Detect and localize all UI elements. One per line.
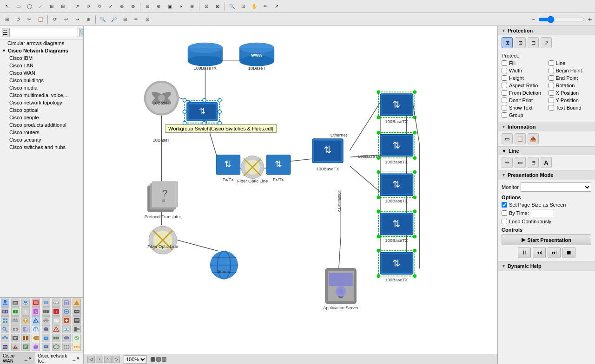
page-dot-1[interactable] [151,357,155,362]
icon-36[interactable] [42,334,50,342]
sidebar-item-switches[interactable]: Cisco switches and hubs [0,143,83,151]
page-dot-3[interactable] [162,357,166,362]
zoom-plus[interactable]: ＋ [587,15,593,24]
icon-25[interactable] [11,325,20,333]
chk-dontprint[interactable] [502,98,507,103]
tool-remove[interactable]: ⊗ [128,1,138,12]
sidebar-list-btn[interactable]: ☰ [2,28,8,37]
sidebar-item-media[interactable]: Cisco media [0,84,83,91]
tool-line[interactable]: ⟋ [35,1,46,12]
icon-27[interactable] [32,325,40,333]
chk-fill[interactable] [502,60,507,66]
icon-4[interactable] [42,299,50,307]
chk-end[interactable] [549,75,554,81]
icon-17[interactable] [11,316,20,325]
chk-fromdel[interactable] [502,90,507,96]
icon-43[interactable] [32,343,40,351]
canvas-container[interactable]: 100BaseTX 100BaseTX www [84,26,497,354]
sidebar-item-lan[interactable]: Cisco LAN [0,62,83,69]
ctrl-stop-btn[interactable]: ⏹ [562,247,575,258]
icon-7[interactable] [73,299,81,307]
line-icon-pen[interactable]: ✏ [502,157,513,168]
nav-next-btn[interactable]: ▷ [112,356,120,363]
tool-shape[interactable]: ⊡ [201,1,212,12]
icon-24[interactable] [1,325,9,333]
icon-6[interactable] [62,299,71,307]
info-icon-1[interactable]: ▭ [502,133,513,144]
chk-width[interactable] [502,68,507,73]
protect-icon-2[interactable]: ⊡ [515,37,526,48]
tool-zoom-in[interactable]: 🔍 [227,1,237,12]
info-icon-2[interactable]: 📋 [515,133,526,144]
tool-check[interactable]: ⊠ [212,1,223,12]
tool-fit[interactable]: ⊡ [238,1,248,12]
icon-31[interactable] [73,325,81,333]
tab-minimize-network[interactable]: _ [73,356,75,361]
zoom-minus[interactable]: － [530,15,536,24]
tool-distribute[interactable]: ⊕ [153,1,164,12]
sidebar-item-multimedia[interactable]: Cisco multimedia, voice,... [0,91,83,99]
icon-38[interactable] [62,334,71,342]
tool-b12[interactable]: ✏ [131,14,141,25]
icon-2[interactable] [21,299,30,307]
line-icon-text[interactable]: A [541,157,552,168]
icon-20[interactable] [42,316,50,325]
tool-align[interactable]: ⊟ [142,1,152,12]
tool-b6[interactable]: ↩ [61,14,71,25]
icon-44[interactable] [42,343,50,351]
icon-35[interactable] [32,334,40,342]
chk-textbound[interactable] [549,105,554,110]
tool-rect[interactable]: ▭ [13,1,23,12]
icon-1[interactable] [11,299,20,307]
tool-b10[interactable]: 🔎 [109,14,119,25]
icon-37[interactable] [52,334,60,342]
chk-showtext[interactable] [502,105,507,110]
line-icon-rect[interactable]: ▭ [515,157,526,168]
tool-b1[interactable]: ⊞ [2,14,12,25]
start-presentation-button[interactable]: ▶ Start Presentation [502,234,591,245]
icon-32[interactable] [1,334,9,342]
chk-line[interactable] [549,60,554,66]
nav-fwd-btn[interactable]: › [104,356,112,363]
sidebar-item-circular[interactable]: Circular arrows diagrams [0,39,83,47]
tool-ellipse[interactable]: ◯ [24,1,34,12]
icon-5[interactable] [52,299,60,307]
tool-pan[interactable]: ✋ [249,1,259,12]
information-header[interactable]: ▼ Information [498,122,595,131]
tab-cisco-network[interactable]: Cisco network to... _ ✕ [35,352,84,364]
icon-29[interactable] [52,325,60,333]
search-input[interactable] [9,28,78,37]
icon-26[interactable] [21,325,30,333]
tool-b9[interactable]: 🔍 [98,14,108,25]
icon-16[interactable] [1,316,9,325]
chk-xpos[interactable] [549,90,554,96]
sidebar-item-network-topology[interactable]: Cisco network topology [0,99,83,106]
tool-b5[interactable]: ⟳ [50,14,60,25]
tab-close-network[interactable]: ✕ [76,356,80,361]
protect-icon-1[interactable]: ⊞ [502,37,513,48]
icon-45[interactable] [52,343,60,351]
icon-13[interactable]: ! [52,307,60,316]
tool-pointer[interactable]: ↗ [271,1,282,12]
icon-19[interactable] [32,316,40,325]
icon-14[interactable] [62,307,71,316]
icon-9[interactable]: ✕ [11,307,20,316]
chk-rotation[interactable] [549,83,554,88]
icon-11[interactable]: X [32,307,40,316]
ctrl-next-btn[interactable]: ⏭ [548,247,561,258]
icon-12[interactable] [42,307,50,316]
sidebar-item-people[interactable]: Cisco people [0,114,83,121]
icon-10[interactable]: $ [21,307,30,316]
icon-3[interactable] [32,299,40,307]
icon-18[interactable] [21,316,30,325]
info-icon-3[interactable]: 📤 [528,133,539,144]
icon-28[interactable] [42,325,50,333]
icon-41[interactable] [11,343,20,351]
tool-table[interactable]: ⊞ [46,1,57,12]
page-dot-2[interactable] [156,357,161,362]
tool-b3[interactable]: ✂ [24,14,34,25]
icon-15[interactable] [73,307,81,316]
tool-select[interactable]: ↖ [2,1,12,12]
sidebar-item-routers[interactable]: Cisco routers [0,129,83,136]
icon-40[interactable] [1,343,9,351]
